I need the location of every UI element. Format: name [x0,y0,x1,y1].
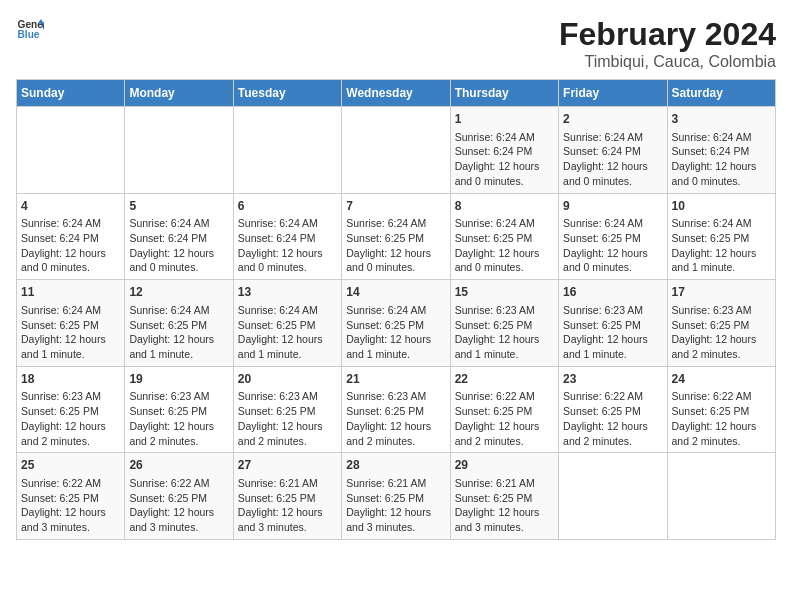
calendar-cell: 20Sunrise: 6:23 AMSunset: 6:25 PMDayligh… [233,366,341,453]
cell-info: and 1 minute. [21,347,120,362]
cell-info: Sunset: 6:24 PM [455,144,554,159]
cell-info: and 0 minutes. [563,174,662,189]
cell-info: Sunset: 6:24 PM [21,231,120,246]
calendar-cell: 28Sunrise: 6:21 AMSunset: 6:25 PMDayligh… [342,453,450,540]
cell-info: and 1 minute. [455,347,554,362]
cell-info: and 2 minutes. [455,434,554,449]
calendar-cell: 25Sunrise: 6:22 AMSunset: 6:25 PMDayligh… [17,453,125,540]
cell-info: Sunset: 6:25 PM [238,404,337,419]
day-number: 27 [238,457,337,474]
calendar-cell: 2Sunrise: 6:24 AMSunset: 6:24 PMDaylight… [559,107,667,194]
cell-info: and 1 minute. [563,347,662,362]
day-number: 16 [563,284,662,301]
cell-info: Sunrise: 6:22 AM [21,476,120,491]
cell-info: Sunset: 6:25 PM [672,404,771,419]
day-number: 13 [238,284,337,301]
day-number: 22 [455,371,554,388]
cell-info: Sunrise: 6:21 AM [346,476,445,491]
cell-info: Sunset: 6:25 PM [129,491,228,506]
cell-info: Sunset: 6:24 PM [563,144,662,159]
calendar-cell [17,107,125,194]
calendar-cell: 23Sunrise: 6:22 AMSunset: 6:25 PMDayligh… [559,366,667,453]
header-sunday: Sunday [17,80,125,107]
page-title: February 2024 [559,16,776,53]
title-block: February 2024 Timbiqui, Cauca, Colombia [559,16,776,71]
cell-info: Daylight: 12 hours [563,419,662,434]
calendar-cell [342,107,450,194]
cell-info: Sunrise: 6:23 AM [21,389,120,404]
cell-info: Sunrise: 6:24 AM [346,303,445,318]
day-number: 17 [672,284,771,301]
cell-info: and 1 minute. [346,347,445,362]
day-number: 9 [563,198,662,215]
cell-info: Daylight: 12 hours [346,505,445,520]
cell-info: and 3 minutes. [238,520,337,535]
day-number: 15 [455,284,554,301]
cell-info: Daylight: 12 hours [129,505,228,520]
cell-info: Sunset: 6:24 PM [129,231,228,246]
cell-info: Sunset: 6:25 PM [563,404,662,419]
week-row-2: 11Sunrise: 6:24 AMSunset: 6:25 PMDayligh… [17,280,776,367]
cell-info: Sunrise: 6:22 AM [455,389,554,404]
cell-info: Sunrise: 6:23 AM [129,389,228,404]
day-number: 25 [21,457,120,474]
day-number: 2 [563,111,662,128]
calendar-cell: 17Sunrise: 6:23 AMSunset: 6:25 PMDayligh… [667,280,775,367]
calendar-header-row: SundayMondayTuesdayWednesdayThursdayFrid… [17,80,776,107]
day-number: 6 [238,198,337,215]
cell-info: and 2 minutes. [238,434,337,449]
cell-info: Daylight: 12 hours [346,332,445,347]
cell-info: Daylight: 12 hours [672,332,771,347]
cell-info: and 3 minutes. [346,520,445,535]
day-number: 1 [455,111,554,128]
cell-info: Daylight: 12 hours [455,159,554,174]
cell-info: and 2 minutes. [129,434,228,449]
calendar-cell [667,453,775,540]
cell-info: Daylight: 12 hours [455,419,554,434]
cell-info: Sunrise: 6:21 AM [238,476,337,491]
cell-info: and 3 minutes. [455,520,554,535]
calendar-cell: 11Sunrise: 6:24 AMSunset: 6:25 PMDayligh… [17,280,125,367]
day-number: 10 [672,198,771,215]
cell-info: Sunrise: 6:24 AM [238,303,337,318]
cell-info: Sunset: 6:25 PM [455,491,554,506]
calendar-cell: 19Sunrise: 6:23 AMSunset: 6:25 PMDayligh… [125,366,233,453]
calendar-cell: 18Sunrise: 6:23 AMSunset: 6:25 PMDayligh… [17,366,125,453]
cell-info: and 0 minutes. [455,260,554,275]
calendar-cell: 1Sunrise: 6:24 AMSunset: 6:24 PMDaylight… [450,107,558,194]
cell-info: Daylight: 12 hours [672,246,771,261]
cell-info: and 0 minutes. [238,260,337,275]
cell-info: Sunset: 6:25 PM [346,491,445,506]
cell-info: Sunrise: 6:24 AM [21,303,120,318]
calendar-table: SundayMondayTuesdayWednesdayThursdayFrid… [16,79,776,540]
header-friday: Friday [559,80,667,107]
cell-info: Daylight: 12 hours [672,159,771,174]
cell-info: Sunrise: 6:21 AM [455,476,554,491]
day-number: 20 [238,371,337,388]
cell-info: and 1 minute. [238,347,337,362]
cell-info: Sunset: 6:25 PM [346,404,445,419]
calendar-cell: 22Sunrise: 6:22 AMSunset: 6:25 PMDayligh… [450,366,558,453]
cell-info: Sunrise: 6:24 AM [346,216,445,231]
week-row-4: 25Sunrise: 6:22 AMSunset: 6:25 PMDayligh… [17,453,776,540]
cell-info: Sunrise: 6:24 AM [563,130,662,145]
day-number: 26 [129,457,228,474]
calendar-cell: 5Sunrise: 6:24 AMSunset: 6:24 PMDaylight… [125,193,233,280]
cell-info: Sunset: 6:25 PM [238,318,337,333]
calendar-cell: 15Sunrise: 6:23 AMSunset: 6:25 PMDayligh… [450,280,558,367]
calendar-cell: 27Sunrise: 6:21 AMSunset: 6:25 PMDayligh… [233,453,341,540]
cell-info: Daylight: 12 hours [129,246,228,261]
cell-info: and 2 minutes. [563,434,662,449]
cell-info: Sunrise: 6:24 AM [672,130,771,145]
day-number: 8 [455,198,554,215]
cell-info: and 1 minute. [672,260,771,275]
cell-info: Sunrise: 6:24 AM [238,216,337,231]
cell-info: Sunrise: 6:24 AM [455,130,554,145]
header: General Blue February 2024 Timbiqui, Cau… [16,16,776,71]
cell-info: and 1 minute. [129,347,228,362]
cell-info: Sunrise: 6:23 AM [672,303,771,318]
cell-info: Daylight: 12 hours [21,505,120,520]
calendar-cell: 4Sunrise: 6:24 AMSunset: 6:24 PMDaylight… [17,193,125,280]
cell-info: Daylight: 12 hours [21,246,120,261]
day-number: 24 [672,371,771,388]
